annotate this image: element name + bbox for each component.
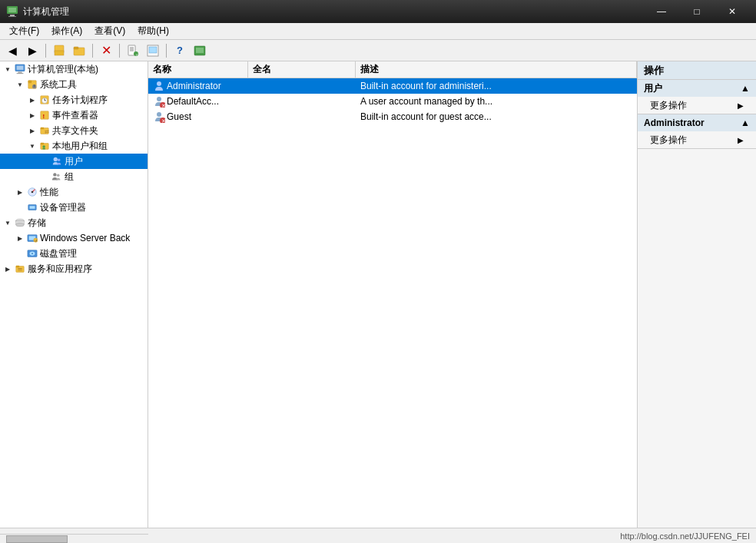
sidebar-item-winserver-back[interactable]: ↺ Windows Server Back (0, 230, 148, 246)
toggle-evt[interactable] (26, 109, 38, 121)
toggle-winserver[interactable] (14, 232, 26, 244)
user-icon: ✕ (153, 95, 165, 108)
maximize-button[interactable]: □ (679, 0, 715, 23)
action-more-1[interactable]: 更多操作 ▶ (638, 97, 756, 114)
user-icon (153, 80, 165, 92)
section-admin-title: Administrator (644, 118, 705, 128)
perf-label: 性能 (40, 186, 58, 199)
content-header: 名称 全名 描述 (148, 61, 637, 78)
table-row[interactable]: ✕ DefaultAcc... A user account managed b… (148, 94, 637, 109)
toolbar-extra[interactable] (191, 41, 209, 60)
toggle-services[interactable] (2, 263, 14, 275)
col-header-desc[interactable]: 描述 (356, 61, 637, 78)
root-label: 计算机管理(本地) (28, 63, 98, 76)
svg-rect-20 (18, 72, 22, 74)
svg-rect-15 (149, 47, 157, 53)
section-admin-header[interactable]: Administrator ▲ (638, 114, 756, 131)
toolbar-help[interactable]: ? (171, 41, 189, 60)
toggle-root[interactable] (2, 63, 14, 75)
svg-point-44 (32, 191, 34, 194)
table-row[interactable]: Administrator Built-in account for admin… (148, 78, 637, 94)
user-fullname-cell (248, 78, 356, 94)
toolbar-folder[interactable] (70, 41, 88, 60)
col-header-fullname[interactable]: 全名 (248, 61, 356, 78)
disk-icon (26, 247, 38, 260)
sidebar-item-task-sched[interactable]: 任务计划程序 (0, 92, 148, 108)
sidebar-item-users[interactable]: 用户 (0, 154, 148, 169)
toggle-storage[interactable] (2, 217, 14, 229)
svg-point-40 (58, 159, 61, 162)
minimize-button[interactable]: — (644, 0, 679, 23)
sidebar-scrollbar[interactable] (0, 534, 148, 543)
user-desc-cell: Built-in account for guest acce... (356, 109, 637, 124)
scrollbar-thumb[interactable] (6, 535, 68, 543)
svg-rect-59 (18, 268, 22, 270)
toggle-sys-tools[interactable] (14, 78, 26, 91)
sidebar-item-perf[interactable]: 性能 (0, 184, 148, 200)
sidebar-item-root[interactable]: 计算机管理(本地) (0, 61, 148, 77)
svg-point-56 (32, 253, 33, 254)
title-bar-controls: — □ ✕ (644, 0, 750, 23)
right-panel: 操作 用户 ▲ 更多操作 ▶ Administrator ▲ 更多操作 ▶ (637, 61, 756, 528)
toggle-shared[interactable] (26, 124, 38, 137)
menu-file[interactable]: 文件(F) (3, 23, 45, 40)
svg-rect-46 (30, 206, 35, 209)
user-desc-cell: Built-in account for administeri... (356, 78, 637, 94)
svg-point-65 (157, 112, 161, 117)
toolbar-delete[interactable]: ✕ (97, 41, 115, 60)
svg-rect-19 (17, 66, 24, 70)
svg-point-49 (16, 223, 25, 226)
toolbar-new-window[interactable] (144, 41, 162, 60)
toolbar-sep-1 (45, 44, 46, 58)
action-more-2[interactable]: 更多操作 ▶ (638, 131, 756, 148)
sidebar-item-storage[interactable]: 存储 (0, 215, 148, 230)
actions-header: 操作 (638, 61, 756, 80)
evt-icon: ! (38, 109, 51, 121)
svg-rect-2 (10, 15, 15, 16)
svg-rect-30 (41, 111, 49, 120)
sidebar-item-shared[interactable]: ⇄ 共享文件夹 (0, 123, 148, 138)
section-users-header[interactable]: 用户 ▲ (638, 80, 756, 97)
title-bar-left: 计算机管理 (6, 5, 69, 18)
toggle-device (14, 201, 26, 214)
toggle-perf[interactable] (14, 186, 26, 198)
admin-name: Administrator (167, 81, 221, 91)
services-icon (14, 263, 26, 275)
toggle-local-users[interactable] (26, 140, 38, 152)
toggle-groups (38, 171, 51, 183)
col-header-name[interactable]: 名称 (148, 61, 248, 78)
evt-viewer-label: 事件查看器 (52, 109, 98, 122)
sys-tools-icon (26, 78, 38, 91)
table-row[interactable]: ✕ Guest Built-in account for guest acce.… (148, 109, 637, 124)
svg-rect-17 (196, 48, 204, 53)
guest-name: Guest (167, 111, 191, 122)
sidebar-item-disk-mgmt[interactable]: 磁盘管理 (0, 246, 148, 261)
winserver-back-label: Windows Server Back (40, 233, 130, 243)
sidebar-item-groups[interactable]: 组 (0, 169, 148, 184)
toggle-task[interactable] (26, 94, 38, 106)
menu-view[interactable]: 查看(V) (88, 23, 131, 40)
user-name-cell: ✕ DefaultAcc... (148, 94, 248, 109)
toolbar-properties[interactable]: ✓ (124, 41, 142, 60)
svg-rect-5 (55, 51, 64, 55)
svg-text:✕: ✕ (161, 103, 165, 108)
toolbar-forward[interactable]: ▶ (23, 41, 41, 60)
menu-action[interactable]: 操作(A) (45, 23, 88, 40)
svg-rect-3 (8, 16, 16, 17)
sidebar-item-sys-tools[interactable]: 系统工具 (0, 77, 148, 92)
sidebar-item-services-apps[interactable]: 服务和应用程序 (0, 261, 148, 276)
toggle-disk (14, 247, 26, 260)
content-body: Administrator Built-in account for admin… (148, 78, 637, 528)
user-fullname-cell (248, 109, 356, 124)
user-icon: ✕ (153, 111, 165, 123)
toolbar-back[interactable]: ◀ (3, 41, 22, 60)
sidebar-item-device-mgr[interactable]: 设备管理器 (0, 200, 148, 215)
menu-help[interactable]: 帮助(H) (131, 23, 175, 40)
title-bar: 计算机管理 — □ ✕ (0, 0, 756, 23)
perf-icon (26, 186, 38, 198)
sidebar-item-local-users[interactable]: 本地用户和组 (0, 138, 148, 154)
close-button[interactable]: ✕ (715, 0, 750, 23)
svg-point-39 (54, 157, 58, 161)
toolbar-upone[interactable] (50, 41, 68, 60)
sidebar-item-evt-viewer[interactable]: ! 事件查看器 (0, 108, 148, 123)
